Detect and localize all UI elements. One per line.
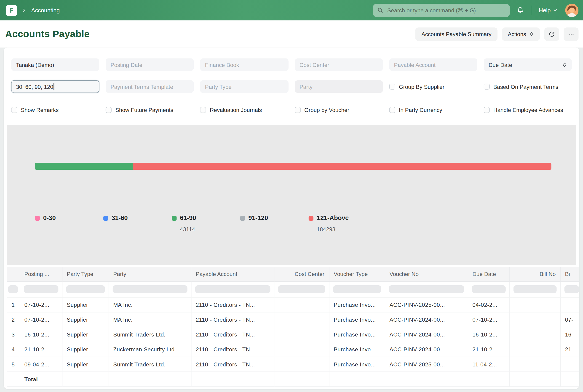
show-remarks-checkbox[interactable]: Show Remarks [11, 107, 99, 113]
ageing-bar [35, 163, 551, 170]
posting-date-filter[interactable] [106, 58, 194, 71]
column-header[interactable]: Posting ... [20, 267, 62, 281]
column-filter-input[interactable] [564, 285, 579, 293]
payment-terms-template-filter[interactable] [106, 80, 194, 93]
finance-book-filter[interactable] [200, 58, 288, 71]
checkbox-icon[interactable] [106, 107, 112, 113]
column-filter-input[interactable] [8, 285, 18, 293]
in-party-currency-checkbox[interactable]: In Party Currency [389, 107, 477, 113]
checkbox-icon[interactable] [11, 107, 17, 113]
column-header[interactable] [7, 267, 20, 281]
legend-swatch [103, 216, 108, 220]
checkbox-icon[interactable] [389, 107, 395, 113]
table-cell: 3 [7, 327, 20, 342]
column-header[interactable]: Party Type [62, 267, 109, 281]
column-filter-input[interactable] [278, 285, 325, 293]
legend-item: 31-60 [103, 214, 172, 232]
page-title: Accounts Payable [5, 28, 90, 40]
table-cell: Purchase Invo... [329, 327, 385, 342]
checkbox-label: In Party Currency [399, 107, 442, 113]
revaluation-journals-checkbox[interactable]: Revaluation Journals [200, 107, 288, 113]
column-filter-input[interactable] [24, 285, 58, 293]
column-filter-input[interactable] [113, 285, 187, 293]
table-cell [509, 297, 560, 312]
payable-account-filter[interactable] [389, 58, 477, 71]
table-header-row: Posting ...Party TypePartyPayable Accoun… [7, 267, 579, 281]
ageing-chart: 0-3031-6061-904311491-120121-Above184293 [7, 125, 576, 265]
global-search[interactable] [373, 4, 510, 17]
table-cell [274, 297, 329, 312]
column-header[interactable]: Voucher Type [329, 267, 385, 281]
checkbox-label: Based On Payment Terms [493, 84, 558, 90]
bar-segment-121-Above[interactable] [133, 163, 551, 170]
table-cell: 2110 - Creditors - TN... [191, 297, 274, 312]
column-header[interactable]: Bill No [509, 267, 560, 281]
ageing-range-filter[interactable]: 30, 60, 90, 120 [11, 80, 99, 93]
table-row[interactable]: 107-10-2...SupplierMA Inc.2110 - Credito… [7, 297, 579, 312]
help-label: Help [539, 7, 551, 14]
due-date-filter[interactable]: Due Date [484, 58, 572, 71]
checkbox-icon[interactable] [484, 84, 490, 90]
table-row[interactable]: 421-10-2...SupplierZuckerman Security Lt… [7, 342, 579, 356]
summary-button[interactable]: Accounts Payable Summary [415, 28, 497, 41]
table-row[interactable]: 316-10-2...SupplierSummit Traders Ltd.21… [7, 327, 579, 342]
ageing-range-value: 30, 60, 90, 120 [16, 84, 53, 90]
app-logo[interactable] [6, 4, 17, 16]
column-filter-input[interactable] [389, 285, 464, 293]
actions-button[interactable]: Actions [502, 28, 540, 41]
table-row[interactable]: 207-10-2...SupplierMA Inc.2110 - Credito… [7, 312, 579, 327]
group-by-voucher-checkbox[interactable]: Group by Voucher [295, 107, 383, 113]
column-filter-input[interactable] [195, 285, 270, 293]
cost-center-filter[interactable] [295, 58, 383, 71]
refresh-icon [548, 30, 555, 37]
notifications-button[interactable] [515, 5, 526, 16]
handle-employee-advances-checkbox[interactable]: Handle Employee Advances [484, 107, 572, 113]
column-filter-input[interactable] [472, 285, 505, 293]
column-filter-input[interactable] [333, 285, 381, 293]
search-input[interactable] [387, 6, 505, 14]
refresh-button[interactable] [544, 28, 559, 41]
table-cell [509, 342, 560, 356]
column-header[interactable]: Bi [560, 267, 579, 281]
table-cell: 2 [7, 312, 20, 327]
based-on-payment-terms-checkbox[interactable]: Based On Payment Terms [484, 84, 572, 90]
legend-label: 121-Above [317, 214, 349, 222]
select-arrows-icon [562, 62, 567, 68]
column-filter-input[interactable] [66, 285, 105, 293]
legend-value [43, 226, 103, 232]
table-cell: ACC-PINV-2024-00... [385, 312, 468, 327]
legend-swatch [35, 216, 40, 220]
party-filter[interactable] [295, 80, 383, 93]
show-future-payments-checkbox[interactable]: Show Future Payments [106, 107, 194, 113]
avatar[interactable] [565, 4, 579, 17]
table-cell [274, 327, 329, 342]
legend-value [248, 226, 309, 232]
checkbox-icon[interactable] [389, 84, 395, 90]
table-cell [509, 312, 560, 327]
table-row[interactable]: 509-04-2...SupplierSummit Traders Ltd.21… [7, 356, 579, 372]
navbar-divider [531, 6, 531, 15]
table-cell [509, 327, 560, 342]
help-menu[interactable]: Help [537, 6, 560, 14]
company-filter[interactable] [11, 58, 99, 71]
column-header[interactable]: Cost Center [274, 267, 329, 281]
checkbox-icon[interactable] [295, 107, 301, 113]
checkbox-icon[interactable] [200, 107, 206, 113]
checkbox-label: Group by Voucher [304, 107, 349, 113]
more-options-button[interactable] [563, 28, 578, 41]
column-header[interactable]: Payable Account [191, 267, 274, 281]
column-header[interactable]: Due Date [468, 267, 509, 281]
column-filter-input[interactable] [513, 285, 556, 293]
table-cell: Summit Traders Ltd. [109, 327, 191, 342]
table-cell: Purchase Invo... [329, 297, 385, 312]
column-header[interactable]: Voucher No [385, 267, 468, 281]
report-table: Posting ...Party TypePartyPayable Accoun… [7, 267, 579, 386]
checkbox-icon[interactable] [484, 107, 490, 113]
table-total-row: Total [7, 372, 579, 386]
breadcrumb-accounting[interactable]: Accounting [31, 7, 60, 14]
column-header[interactable]: Party [109, 267, 191, 281]
bar-segment-61-90[interactable] [35, 163, 133, 170]
party-type-filter[interactable] [200, 80, 288, 93]
group-by-supplier-checkbox[interactable]: Group By Supplier [389, 84, 477, 90]
table-cell [274, 312, 329, 327]
